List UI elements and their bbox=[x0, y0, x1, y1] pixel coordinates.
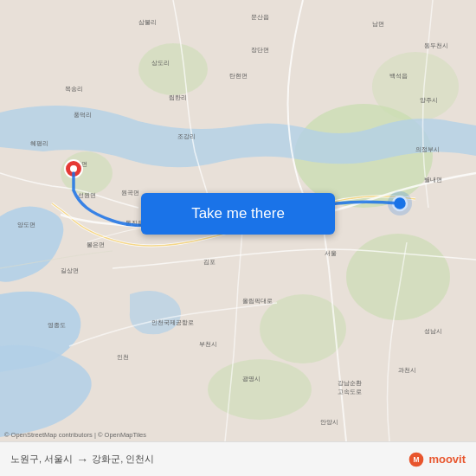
svg-point-47 bbox=[70, 165, 77, 172]
svg-text:장단면: 장단면 bbox=[251, 47, 269, 53]
moovit-text: moovit bbox=[428, 453, 466, 466]
svg-text:탄현면: 탄현면 bbox=[229, 73, 248, 79]
svg-text:상도리: 상도리 bbox=[151, 60, 170, 66]
svg-point-5 bbox=[372, 52, 459, 121]
route-arrow: → bbox=[76, 453, 88, 466]
svg-text:림한리: 림한리 bbox=[169, 94, 187, 101]
svg-text:백석읍: 백석읍 bbox=[389, 73, 408, 80]
svg-text:인천: 인천 bbox=[117, 354, 129, 360]
footer-bar: 노원구, 서울시 → 강화군, 인천시 M moovit bbox=[0, 441, 476, 476]
svg-text:볼은면: 볼은면 bbox=[87, 241, 105, 248]
svg-text:M: M bbox=[414, 455, 420, 464]
svg-point-4 bbox=[138, 43, 208, 95]
svg-text:양도면: 양도면 bbox=[17, 222, 35, 228]
svg-text:길상면: 길상면 bbox=[61, 267, 79, 273]
svg-text:서울: 서울 bbox=[325, 250, 337, 256]
svg-text:김포: 김포 bbox=[203, 259, 215, 266]
svg-text:풍덕리: 풍덕리 bbox=[74, 112, 92, 119]
svg-text:삼불리: 삼불리 bbox=[138, 19, 157, 26]
svg-text:고속도로: 고속도로 bbox=[338, 389, 362, 396]
svg-text:성남시: 성남시 bbox=[424, 328, 442, 335]
svg-text:영종도: 영종도 bbox=[48, 322, 66, 328]
svg-text:남면: 남면 bbox=[372, 21, 384, 28]
svg-text:부천시: 부천시 bbox=[199, 341, 217, 347]
svg-point-7 bbox=[208, 359, 312, 420]
svg-text:원곡면: 원곡면 bbox=[121, 190, 139, 196]
moovit-icon: M bbox=[408, 451, 425, 468]
footer-route: 노원구, 서울시 → 강화군, 인천시 bbox=[10, 453, 154, 466]
svg-text:인천국제공항로: 인천국제공항로 bbox=[151, 319, 194, 326]
origin-label: 노원구, 서울시 bbox=[10, 453, 73, 466]
svg-text:동두천시: 동두천시 bbox=[424, 42, 448, 48]
svg-text:조강리: 조강리 bbox=[177, 133, 196, 139]
svg-text:양주시: 양주시 bbox=[420, 97, 438, 103]
svg-text:강남순환: 강남순환 bbox=[338, 380, 362, 387]
take-me-there-button[interactable]: Take me there bbox=[141, 193, 335, 235]
svg-text:선원면: 선원면 bbox=[78, 192, 96, 198]
svg-text:© OpenStreetMap contributors |: © OpenStreetMap contributors | © OpenMap… bbox=[4, 431, 146, 439]
destination-label: 강화군, 인천시 bbox=[92, 453, 154, 466]
svg-text:안양시: 안양시 bbox=[320, 419, 338, 425]
map-container: 목송리 삼불리 문산읍 남면 동두천시 풍덕리 상도리 장단면 백석읍 양주시 … bbox=[0, 0, 476, 441]
svg-text:의정부시: 의정부시 bbox=[415, 146, 440, 152]
svg-text:올림픽대로: 올림픽대로 bbox=[242, 298, 273, 305]
svg-text:문산읍: 문산읍 bbox=[251, 14, 269, 21]
svg-text:과천시: 과천시 bbox=[398, 367, 416, 373]
svg-text:광명시: 광명시 bbox=[242, 376, 261, 383]
svg-point-2 bbox=[346, 234, 450, 320]
svg-text:별내면: 별내면 bbox=[424, 177, 442, 183]
moovit-logo: M moovit bbox=[408, 451, 466, 468]
svg-text:혜평리: 혜평리 bbox=[30, 140, 48, 146]
svg-text:목송리: 목송리 bbox=[65, 86, 83, 93]
